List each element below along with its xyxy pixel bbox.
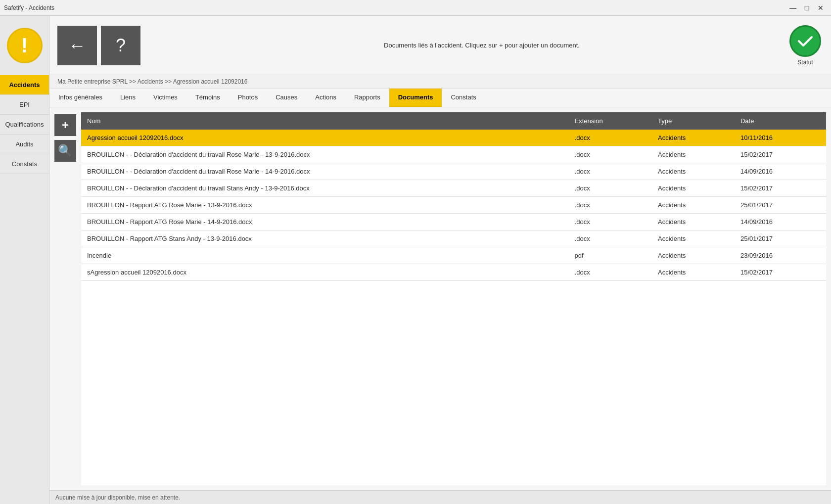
app-logo: ! bbox=[7, 28, 43, 63]
tab-temoins[interactable]: Témoins bbox=[186, 89, 229, 107]
col-type: Type bbox=[652, 112, 735, 130]
cell-date: 25/01/2017 bbox=[735, 197, 826, 214]
col-nom: Nom bbox=[81, 112, 569, 130]
cell-date: 25/01/2017 bbox=[735, 230, 826, 247]
checkmark-icon bbox=[796, 32, 814, 50]
sidebar-item-accidents[interactable]: Accidents bbox=[0, 75, 49, 95]
status-bar: Aucune mise à jour disponible, mise en a… bbox=[49, 490, 831, 504]
tab-constats[interactable]: Constats bbox=[442, 89, 485, 107]
cell-nom: BROUILLON - Rapport ATG Rose Marie - 13-… bbox=[81, 197, 569, 214]
tab-infos-generales[interactable]: Infos générales bbox=[49, 89, 111, 107]
cell-extension: .docx bbox=[569, 230, 652, 247]
table-header-row: Nom Extension Type Date bbox=[81, 112, 826, 130]
cell-nom: Incendie bbox=[81, 247, 569, 264]
cell-extension: .docx bbox=[569, 146, 652, 163]
cell-date: 14/09/2016 bbox=[735, 214, 826, 230]
window-title: Safetify - Accidents bbox=[4, 4, 786, 11]
cell-extension: .docx bbox=[569, 163, 652, 180]
cell-nom: Agression accueil 12092016.docx bbox=[81, 130, 569, 146]
statut-circle[interactable] bbox=[789, 25, 821, 57]
cell-extension: .docx bbox=[569, 264, 652, 281]
cell-type: Accidents bbox=[652, 163, 735, 180]
cell-nom: BROUILLON - - Déclaration d'accident du … bbox=[81, 163, 569, 180]
status-text: Aucune mise à jour disponible, mise en a… bbox=[55, 494, 180, 501]
cell-type: Accidents bbox=[652, 197, 735, 214]
cell-extension: .docx bbox=[569, 130, 652, 146]
close-button[interactable]: ✕ bbox=[814, 2, 827, 13]
cell-date: 15/02/2017 bbox=[735, 264, 826, 281]
back-icon: ← bbox=[68, 35, 86, 56]
cell-nom: BROUILLON - Rapport ATG Rose Marie - 14-… bbox=[81, 214, 569, 230]
table-row[interactable]: BROUILLON - Rapport ATG Stans Andy - 13-… bbox=[81, 230, 826, 247]
doc-content: + 🔍 Nom Extension Type Date bbox=[49, 107, 831, 490]
table-row[interactable]: BROUILLON - Rapport ATG Rose Marie - 13-… bbox=[81, 197, 826, 214]
cell-type: Accidents bbox=[652, 146, 735, 163]
main-container: ! Accidents EPI Qualifications Audits Co… bbox=[0, 16, 831, 504]
cell-extension: .docx bbox=[569, 197, 652, 214]
add-document-button[interactable]: + bbox=[54, 114, 76, 136]
header-toolbar: ← ? bbox=[57, 26, 140, 65]
documents-list: Nom Extension Type Date Agression accuei… bbox=[81, 112, 826, 281]
tab-liens[interactable]: Liens bbox=[111, 89, 144, 107]
table-row[interactable]: Incendie pdf Accidents 23/09/2016 bbox=[81, 247, 826, 264]
cell-type: Accidents bbox=[652, 214, 735, 230]
cell-nom: BROUILLON - - Déclaration d'accident du … bbox=[81, 180, 569, 197]
cell-date: 10/11/2016 bbox=[735, 130, 826, 146]
tab-photos[interactable]: Photos bbox=[229, 89, 267, 107]
documents-table: Nom Extension Type Date Agression accuei… bbox=[81, 112, 826, 485]
cell-type: Accidents bbox=[652, 130, 735, 146]
back-button[interactable]: ← bbox=[57, 26, 97, 65]
table-row[interactable]: BROUILLON - - Déclaration d'accident du … bbox=[81, 146, 826, 163]
table-row[interactable]: BROUILLON - - Déclaration d'accident du … bbox=[81, 180, 826, 197]
help-button[interactable]: ? bbox=[101, 26, 140, 65]
cell-date: 15/02/2017 bbox=[735, 146, 826, 163]
statut-label: Statut bbox=[797, 59, 813, 66]
cell-nom: sAgression accueil 12092016.docx bbox=[81, 264, 569, 281]
cell-extension: .docx bbox=[569, 180, 652, 197]
breadcrumb: Ma Petite entreprise SPRL >> Accidents >… bbox=[49, 75, 831, 89]
header-info: Documents liés à l'accident. Cliquez sur… bbox=[140, 42, 823, 49]
tab-actions[interactable]: Actions bbox=[306, 89, 345, 107]
table-row[interactable]: Agression accueil 12092016.docx .docx Ac… bbox=[81, 130, 826, 146]
action-buttons: + 🔍 bbox=[54, 112, 76, 485]
plus-icon: + bbox=[62, 118, 69, 132]
logo-area: ! bbox=[0, 16, 49, 75]
table-row[interactable]: BROUILLON - Rapport ATG Rose Marie - 14-… bbox=[81, 214, 826, 230]
sidebar-item-constats[interactable]: Constats bbox=[0, 154, 49, 174]
sidebar-item-epi[interactable]: EPI bbox=[0, 95, 49, 115]
cell-date: 15/02/2017 bbox=[735, 180, 826, 197]
maximize-button[interactable]: □ bbox=[800, 2, 813, 13]
tab-causes[interactable]: Causes bbox=[267, 89, 306, 107]
help-icon: ? bbox=[116, 35, 126, 56]
search-icon: 🔍 bbox=[58, 144, 73, 158]
cell-date: 14/09/2016 bbox=[735, 163, 826, 180]
header-bar: ← ? Documents liés à l'accident. Cliquez… bbox=[49, 16, 831, 75]
sidebar: ! Accidents EPI Qualifications Audits Co… bbox=[0, 16, 49, 504]
sidebar-item-audits[interactable]: Audits bbox=[0, 135, 49, 154]
cell-nom: BROUILLON - - Déclaration d'accident du … bbox=[81, 146, 569, 163]
table-row[interactable]: BROUILLON - - Déclaration d'accident du … bbox=[81, 163, 826, 180]
table-row[interactable]: sAgression accueil 12092016.docx .docx A… bbox=[81, 264, 826, 281]
tabs-bar: Infos générales Liens Victimes Témoins P… bbox=[49, 89, 831, 107]
cell-nom: BROUILLON - Rapport ATG Stans Andy - 13-… bbox=[81, 230, 569, 247]
cell-type: Accidents bbox=[652, 247, 735, 264]
cell-extension: .docx bbox=[569, 214, 652, 230]
tab-rapports[interactable]: Rapports bbox=[345, 89, 389, 107]
statut-button[interactable]: Statut bbox=[789, 25, 821, 66]
search-button[interactable]: 🔍 bbox=[54, 140, 76, 162]
cell-date: 23/09/2016 bbox=[735, 247, 826, 264]
window-controls: — □ ✕ bbox=[786, 2, 827, 13]
tab-documents[interactable]: Documents bbox=[389, 89, 442, 107]
cell-type: Accidents bbox=[652, 230, 735, 247]
titlebar: Safetify - Accidents — □ ✕ bbox=[0, 0, 831, 16]
cell-type: Accidents bbox=[652, 180, 735, 197]
cell-type: Accidents bbox=[652, 264, 735, 281]
col-extension: Extension bbox=[569, 112, 652, 130]
content-area: ← ? Documents liés à l'accident. Cliquez… bbox=[49, 16, 831, 504]
tab-victimes[interactable]: Victimes bbox=[144, 89, 186, 107]
col-date: Date bbox=[735, 112, 826, 130]
sidebar-item-qualifications[interactable]: Qualifications bbox=[0, 115, 49, 135]
cell-extension: pdf bbox=[569, 247, 652, 264]
minimize-button[interactable]: — bbox=[786, 2, 799, 13]
